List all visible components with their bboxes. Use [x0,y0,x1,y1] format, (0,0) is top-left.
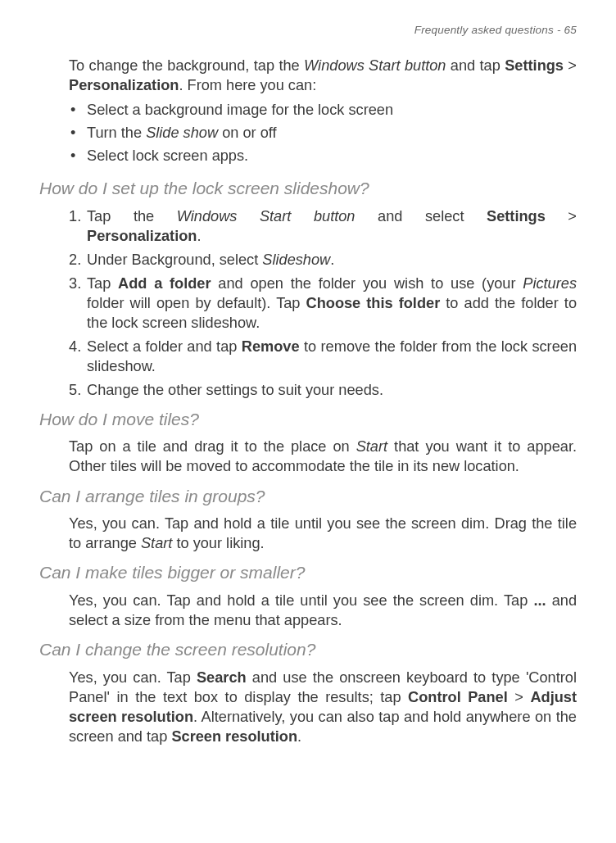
text: to your liking. [172,535,264,551]
text: . From here you can: [179,77,316,93]
section-heading: How do I set up the lock screen slidesho… [39,177,577,200]
list-item: Tap Add a folder and open the folder you… [69,274,577,333]
text: Tap [87,275,118,292]
text-italic: Pictures [523,275,577,292]
text-bold: Add a folder [118,275,211,292]
text-bold: Personalization [87,228,197,244]
body-paragraph: Tap on a tile and drag it to the place o… [69,437,577,476]
list-item: Tap the Windows Start button and select … [69,206,577,246]
text: . [330,252,334,268]
section-heading: Can I arrange tiles in groups? [39,485,577,508]
text-bold: Search [197,669,247,686]
page-header: Frequently asked questions - 65 [39,23,577,38]
text-bold: Control Panel [408,689,508,705]
list-item: Select lock screen apps. [69,146,577,165]
text: > [508,689,531,705]
text: Yes, you can. Tap and hold a tile until … [69,592,533,609]
text: Change the other settings to suit your n… [87,382,383,398]
intro-paragraph: To change the background, tap the Window… [69,56,577,95]
text-bold: Settings [487,208,546,224]
numbered-list: Tap the Windows Start button and select … [69,206,577,400]
text-italic: Slide show [146,125,218,141]
text: To change the background, tap the [69,57,304,74]
bullet-list: Select a background image for the lock s… [69,100,577,165]
section-heading: How do I move tiles? [39,408,577,431]
text: and tap [446,57,505,74]
body-paragraph: Yes, you can. Tap and hold a tile until … [69,514,577,553]
text: > [546,208,577,224]
text-bold: Personalization [69,77,179,93]
text-bold: ... [533,592,546,609]
text-italic: Windows Start button [304,57,446,74]
text-bold: Screen resolution [171,728,297,745]
text-bold: Choose this folder [306,295,441,311]
text: Tap on a tile and drag it to the place o… [69,438,356,455]
text: Yes, you can. Tap [69,669,197,686]
text: > [564,57,577,74]
text-bold: Settings [505,57,564,74]
list-item: Select a background image for the lock s… [69,100,577,120]
text: Select a background image for the lock s… [87,102,393,118]
section-heading: Can I change the screen resolution? [39,638,577,661]
text-bold: Remove [242,338,300,355]
text: . [297,728,301,745]
body-paragraph: Yes, you can. Tap Search and use the ons… [69,668,577,746]
text: Select a folder and tap [87,338,242,355]
list-item: Turn the Slide show on or off [69,123,577,143]
text: Under Background, select [87,252,262,268]
text-italic: Windows Start button [177,208,356,224]
text-italic: Slideshow [262,252,330,268]
text: Tap the [87,208,177,224]
text-italic: Start [356,438,387,455]
list-item: Under Background, select Slideshow. [69,250,577,270]
text: Select lock screen apps. [87,147,248,164]
body-paragraph: Yes, you can. Tap and hold a tile until … [69,591,577,630]
text: . [197,228,201,244]
list-item: Select a folder and tap Remove to remove… [69,337,577,376]
text: and select [355,208,487,224]
list-item: Change the other settings to suit your n… [69,380,577,400]
text-italic: Start [141,535,172,551]
text: Turn the [87,125,146,141]
text: on or off [218,125,276,141]
section-heading: Can I make tiles bigger or smaller? [39,561,577,584]
text: and open the folder you wish to use (you… [211,275,523,292]
text: folder will open by default). Tap [87,295,306,311]
